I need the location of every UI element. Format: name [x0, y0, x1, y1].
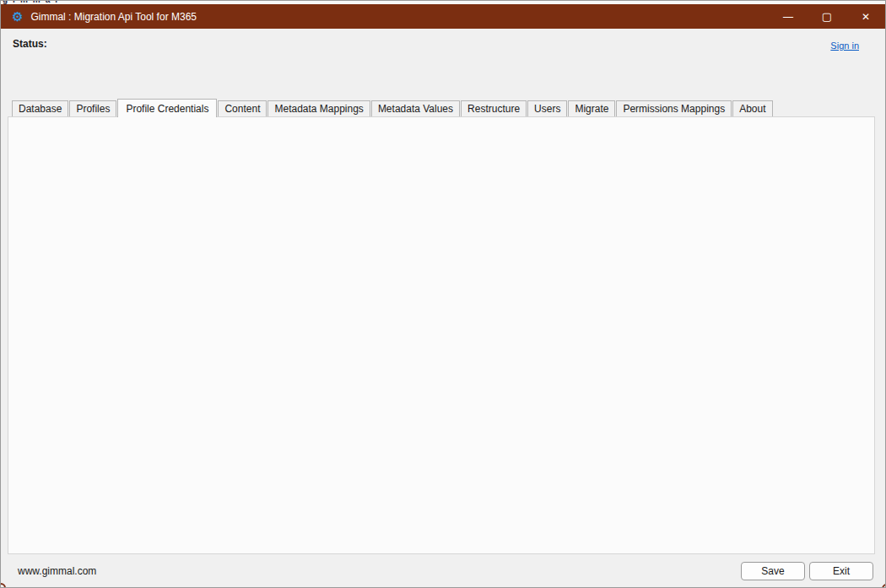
- maximize-button[interactable]: ▢: [808, 4, 846, 29]
- gear-icon: ⚙: [12, 10, 23, 23]
- gimmal-website-text: www.gimmal.com: [18, 565, 96, 578]
- window-controls: — ▢ ✕: [769, 4, 885, 29]
- tab-strip: Database Profiles Profile Credentials Co…: [12, 98, 774, 116]
- status-label: Status:: [13, 38, 47, 51]
- minimize-button[interactable]: —: [769, 4, 808, 29]
- tab-profiles[interactable]: Profiles: [69, 100, 116, 116]
- tab-about[interactable]: About: [732, 100, 772, 116]
- background-artifact-left: [0, 583, 6, 588]
- tab-restructure[interactable]: Restructure: [461, 100, 527, 116]
- tab-content[interactable]: Content: [218, 100, 267, 116]
- profile-credentials-panel: [8, 116, 875, 554]
- tab-metadata-values[interactable]: Metadata Values: [371, 100, 460, 116]
- window-title: Gimmal : Migration Api Tool for M365: [30, 11, 197, 23]
- tab-migrate[interactable]: Migrate: [568, 100, 615, 116]
- app-window: gimmal ⚙ Gimmal : Migration Api Tool for…: [0, 0, 886, 588]
- tab-database[interactable]: Database: [12, 100, 68, 116]
- tab-metadata-mappings[interactable]: Metadata Mappings: [267, 100, 370, 116]
- tab-users[interactable]: Users: [527, 100, 567, 116]
- tab-permissions-mappings[interactable]: Permissions Mappings: [616, 100, 732, 116]
- exit-button[interactable]: Exit: [809, 562, 873, 580]
- tab-profile-credentials[interactable]: Profile Credentials: [117, 99, 217, 117]
- save-button[interactable]: Save: [741, 562, 805, 580]
- title-bar: ⚙ Gimmal : Migration Api Tool for M365 —…: [1, 4, 885, 29]
- close-button[interactable]: ✕: [846, 4, 885, 29]
- sign-in-link[interactable]: Sign in: [830, 40, 859, 51]
- background-artifact-right: [882, 584, 886, 588]
